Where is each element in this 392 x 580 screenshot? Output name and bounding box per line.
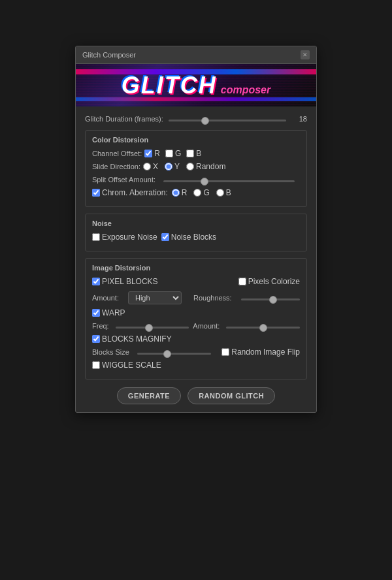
noise-blocks-label[interactable]: Noise Blocks <box>161 233 216 242</box>
blocks-size-slider-container <box>137 347 211 357</box>
blocks-magnify-row: BLOCKS MAGNIFY <box>92 334 300 344</box>
noise-blocks-checkbox[interactable] <box>161 233 169 241</box>
channel-g-checkbox[interactable] <box>165 150 173 157</box>
chrom-r-radio[interactable] <box>172 189 180 197</box>
chrom-g-radio-label[interactable]: G <box>193 188 209 197</box>
glitch-duration-slider[interactable] <box>169 120 286 121</box>
freq-amount-row: Freq: Amount: <box>92 321 300 330</box>
direction-x-radio[interactable] <box>143 163 151 170</box>
banner-composer-text: composer <box>221 84 270 96</box>
slide-direction-label: Slide Direction: <box>92 163 140 170</box>
exposure-noise-checkbox[interactable] <box>92 233 100 241</box>
channel-g-label: G <box>175 149 181 158</box>
warp-checkbox-label[interactable]: WARP <box>92 308 125 317</box>
pixels-colorize-text: Pixels Colorize <box>248 277 300 286</box>
channel-offset-row: Channel Offset: R G B <box>92 149 300 158</box>
banner-glitch-text: GLITCH <box>122 72 217 99</box>
generate-button[interactable]: GENERATE <box>117 387 181 404</box>
color-distorsion-title: Color Distorsion <box>92 136 300 144</box>
chrom-g-radio[interactable] <box>193 189 201 197</box>
banner: GLITCH composer <box>76 64 316 106</box>
channel-g-checkbox-label[interactable]: G <box>165 149 181 158</box>
amount2-slider[interactable] <box>226 327 300 329</box>
wiggle-scale-row: WIGGLE SCALE <box>92 361 300 370</box>
wiggle-scale-checkbox-label[interactable]: WIGGLE SCALE <box>92 361 161 370</box>
glitch-composer-window: Glitch Composer ✕ GLITCH composer Glitch… <box>75 46 317 413</box>
color-distorsion-section: Color Distorsion Channel Offset: R G B <box>85 130 307 207</box>
pixel-blocks-text: PIXEL BLOCKS <box>102 277 158 286</box>
pixels-colorize-checkbox-label[interactable]: Pixels Colorize <box>238 277 300 286</box>
noise-blocks-text: Noise Blocks <box>171 233 216 242</box>
banner-title: GLITCH composer <box>122 72 270 99</box>
split-offset-row: Split Offset Amount: <box>92 175 300 184</box>
random-image-flip-text: Random Image Flip <box>231 347 300 357</box>
amount-dropdown[interactable]: High Low Medium Very High <box>128 291 182 304</box>
direction-x-radio-label[interactable]: X <box>143 162 158 171</box>
direction-random-radio-label[interactable]: Random <box>186 162 225 171</box>
close-button[interactable]: ✕ <box>301 50 310 59</box>
chrom-b-radio-label[interactable]: B <box>216 188 231 197</box>
blocks-magnify-checkbox-label[interactable]: BLOCKS MAGNIFY <box>92 334 172 344</box>
channel-r-checkbox-label[interactable]: R <box>144 149 160 158</box>
chrom-r-label: R <box>182 188 188 197</box>
amount2-slider-container <box>226 321 300 330</box>
freq-slider[interactable] <box>116 327 189 329</box>
blocks-magnify-text: BLOCKS MAGNIFY <box>102 334 172 344</box>
wiggle-scale-text: WIGGLE SCALE <box>102 361 161 370</box>
random-image-flip-checkbox[interactable] <box>221 348 229 356</box>
channel-b-checkbox[interactable] <box>186 150 194 157</box>
channel-b-label: B <box>196 149 201 158</box>
warp-checkbox[interactable] <box>92 309 100 317</box>
random-glitch-button[interactable]: RANDOM GLITCH <box>188 387 275 404</box>
slide-direction-radios: X Y Random <box>143 162 225 171</box>
direction-y-radio-label[interactable]: Y <box>165 162 180 171</box>
title-bar: Glitch Composer ✕ <box>76 46 316 64</box>
direction-y-label: Y <box>174 162 180 171</box>
direction-random-label: Random <box>196 162 225 171</box>
roughness-label: Roughness: <box>193 294 232 302</box>
freq-slider-container <box>116 321 189 330</box>
split-offset-label: Split Offset Amount: <box>92 176 155 184</box>
channel-checkboxes: R G B <box>144 149 201 158</box>
glitch-duration-label: Glitch Duration (frames): <box>85 115 163 123</box>
warp-row: WARP <box>92 308 300 317</box>
direction-y-radio[interactable] <box>165 163 172 170</box>
glitch-duration-slider-container <box>169 114 286 123</box>
split-offset-slider-container <box>163 175 295 184</box>
chrom-aber-checkbox[interactable] <box>92 189 100 197</box>
chrom-aber-checkbox-label[interactable]: Chrom. Aberration: <box>92 188 168 197</box>
amount-roughness-row: Amount: High Low Medium Very High Roughn… <box>92 291 300 304</box>
channel-r-label: R <box>154 149 160 158</box>
direction-random-radio[interactable] <box>186 163 194 170</box>
chrom-b-label: B <box>226 188 231 197</box>
main-content: Glitch Duration (frames): 18 Color Disto… <box>76 106 316 412</box>
split-offset-slider[interactable] <box>163 180 295 182</box>
direction-x-label: X <box>153 162 158 171</box>
freq-label: Freq: <box>92 322 109 330</box>
blocks-size-slider[interactable] <box>137 353 211 355</box>
chrom-r-radio-label[interactable]: R <box>172 188 188 197</box>
blocks-size-label: Blocks Size <box>92 348 129 356</box>
exposure-noise-label[interactable]: Exposure Noise <box>92 233 157 242</box>
amount-label: Amount: <box>92 294 119 302</box>
channel-b-checkbox-label[interactable]: B <box>186 149 201 158</box>
image-distorsion-title: Image Distorsion <box>92 264 300 272</box>
chrom-aber-row: Chrom. Aberration: R G B <box>92 188 300 197</box>
blocks-magnify-checkbox[interactable] <box>92 335 100 343</box>
pixel-blocks-row: PIXEL BLOCKS Pixels Colorize <box>92 277 300 286</box>
pixel-blocks-checkbox[interactable] <box>92 278 100 285</box>
noise-title: Noise <box>92 219 300 227</box>
chrom-aber-label: Chrom. Aberration: <box>102 188 168 197</box>
random-image-flip-checkbox-label[interactable]: Random Image Flip <box>221 347 300 357</box>
warp-text: WARP <box>102 308 125 317</box>
wiggle-scale-checkbox[interactable] <box>92 361 100 369</box>
chrom-g-label: G <box>203 188 209 197</box>
channel-r-checkbox[interactable] <box>144 150 152 157</box>
roughness-slider[interactable] <box>241 298 300 300</box>
glitch-duration-row: Glitch Duration (frames): 18 <box>85 114 307 123</box>
pixel-blocks-checkbox-label[interactable]: PIXEL BLOCKS <box>92 277 158 286</box>
pixels-colorize-checkbox[interactable] <box>238 278 246 285</box>
chrom-radios: R G B <box>172 188 231 197</box>
chrom-b-radio[interactable] <box>216 189 224 197</box>
noise-checkboxes: Exposure Noise Noise Blocks <box>92 233 300 242</box>
